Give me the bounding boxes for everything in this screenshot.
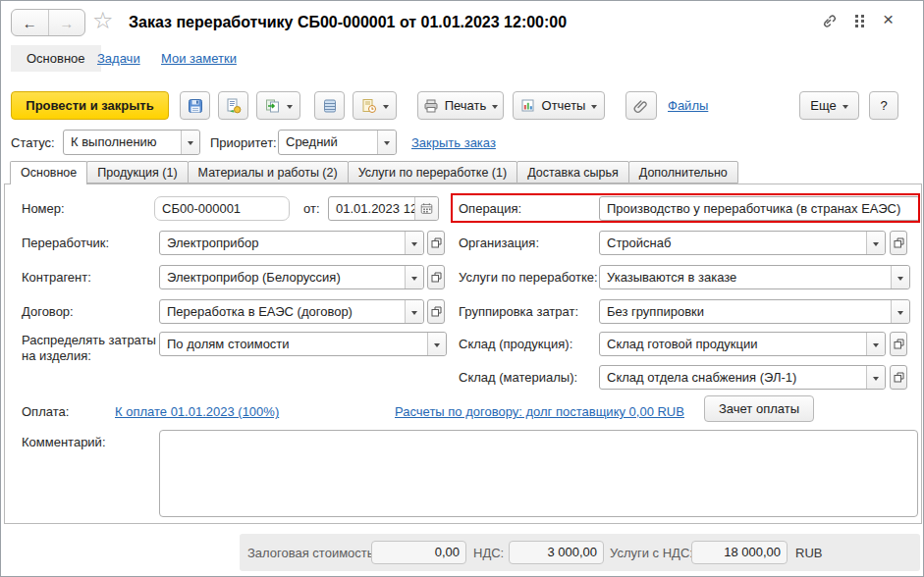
processor-field[interactable]: Электроприбор (159, 231, 424, 255)
contract-label: Договор: (22, 304, 74, 320)
pledge-cost-field[interactable]: 0,00 (371, 541, 466, 564)
organization-value: Стройснаб (600, 232, 866, 254)
open-form-icon (431, 306, 442, 317)
reports-button[interactable]: Отчеты (513, 91, 605, 120)
tab-additional[interactable]: Дополнительно (628, 161, 738, 184)
cost-grouping-field[interactable]: Без группировки (599, 299, 910, 324)
warehouse-products-value: Склад готовой продукции (600, 333, 866, 355)
nav-tab-main[interactable]: Основное (11, 45, 101, 72)
number-field[interactable]: СБ00-000001 (154, 196, 290, 221)
warehouse-products-field[interactable]: Склад готовой продукции (599, 332, 886, 356)
status-select[interactable]: К выполнению (63, 130, 200, 155)
reminder-button[interactable] (353, 91, 397, 120)
tab-raw-delivery[interactable]: Доставка сырья (516, 161, 629, 184)
main-tab-panel: Номер: СБ00-000001 от: 01.01.2023 12:00:… (4, 184, 922, 524)
open-counterparty-button[interactable] (427, 265, 445, 289)
copy-link-icon[interactable] (820, 13, 838, 30)
date-prefix-label: от: (303, 201, 320, 217)
files-link[interactable]: Файлы (668, 98, 708, 113)
payment-offset-button[interactable]: Зачет оплаты (704, 395, 814, 422)
dropdown-caret (492, 105, 498, 109)
status-label: Статус: (11, 135, 55, 151)
paperclip-icon (633, 98, 649, 114)
more-menu-icon[interactable] (855, 13, 864, 27)
currency-label: RUB (795, 546, 822, 560)
chevron-down-icon[interactable] (377, 131, 396, 154)
dropdown-caret (842, 105, 848, 109)
warehouse-materials-value: Склад отдела снабжения (ЭЛ-1) (600, 366, 866, 389)
processing-services-field[interactable]: Указываются в заказе (599, 265, 910, 289)
chevron-down-icon[interactable] (405, 232, 423, 254)
tab-products[interactable]: Продукция (1) (86, 161, 188, 184)
open-form-icon (894, 372, 904, 383)
more-actions-button[interactable]: Еще (799, 91, 859, 120)
processor-label: Переработчик: (22, 236, 109, 251)
chevron-down-icon[interactable] (866, 333, 885, 355)
favorite-star-icon[interactable]: ☆ (92, 7, 114, 34)
forward-button[interactable]: → (48, 10, 85, 35)
close-order-link[interactable]: Закрыть заказ (411, 135, 496, 150)
processor-order-window: ← → ☆ Заказ переработчику СБ00-000001 от… (0, 0, 924, 577)
open-form-icon (431, 237, 442, 248)
nav-tab-tasks[interactable]: Задачи (97, 51, 140, 66)
contract-field[interactable]: Переработка в ЕАЭС (договор) (159, 299, 424, 324)
organization-field[interactable]: Стройснаб (599, 231, 886, 255)
create-based-on-button[interactable] (256, 91, 300, 120)
priority-select[interactable]: Средний (278, 130, 397, 155)
chevron-down-icon[interactable] (891, 266, 909, 288)
help-button[interactable]: ? (869, 91, 898, 120)
cost-grouping-value: Без группировки (600, 300, 891, 323)
chevron-down-icon[interactable] (427, 333, 446, 355)
allocate-costs-field[interactable]: По долям стоимости (159, 332, 447, 356)
attachments-button[interactable] (625, 91, 657, 120)
vat-field[interactable]: 3 000,00 (509, 541, 604, 564)
chevron-down-icon[interactable] (891, 300, 909, 323)
counterparty-field[interactable]: Электроприбор (Белоруссия) (159, 265, 424, 289)
open-form-icon (431, 272, 442, 283)
date-field[interactable]: 01.01.2023 12:00:00 (328, 196, 439, 221)
document-clock-icon (361, 98, 377, 114)
processor-value: Электроприбор (160, 232, 405, 254)
tab-processing-services[interactable]: Услуги по переработке (1) (348, 161, 518, 184)
open-processor-button[interactable] (427, 231, 445, 255)
comment-label: Комментарий: (22, 435, 106, 450)
services-with-vat-field[interactable]: 18 000,00 (691, 541, 788, 564)
open-contract-button[interactable] (427, 299, 445, 324)
totals-footer: Залоговая стоимость: 0,00 НДС: 3 000,00 … (240, 534, 920, 571)
warehouse-materials-field[interactable]: Склад отдела снабжения (ЭЛ-1) (599, 365, 886, 390)
open-warehouse-products-button[interactable] (890, 332, 907, 356)
chevron-down-icon[interactable] (405, 300, 423, 323)
warehouse-products-label: Склад (продукция): (459, 337, 572, 352)
contract-settlements-link[interactable]: Расчеты по договору: долг поставщику 0,0… (395, 404, 684, 419)
document-post-icon (226, 98, 242, 114)
operation-field[interactable]: Производство у переработчика (в странах … (599, 196, 920, 221)
open-warehouse-materials-button[interactable] (890, 365, 907, 390)
register-list-icon (322, 98, 338, 114)
chevron-down-icon[interactable] (866, 366, 885, 389)
register-records-button[interactable] (314, 91, 345, 120)
tab-materials[interactable]: Материалы и работы (2) (188, 161, 349, 184)
status-value: К выполнению (64, 131, 181, 154)
open-organization-button[interactable] (890, 231, 907, 255)
calendar-icon[interactable] (414, 197, 438, 220)
print-button-label: Печать (445, 98, 487, 113)
back-button[interactable]: ← (12, 10, 48, 35)
reports-button-label: Отчеты (542, 98, 586, 113)
chevron-down-icon[interactable] (866, 232, 885, 254)
chevron-down-icon[interactable] (181, 131, 199, 154)
warehouse-materials-label: Склад (материалы): (459, 370, 577, 386)
tab-main[interactable]: Основное (10, 161, 87, 184)
number-label: Номер: (22, 201, 65, 217)
dropdown-caret (591, 105, 597, 109)
services-with-vat-label: Услуги с НДС: (610, 546, 693, 560)
payment-schedule-link[interactable]: К оплате 01.01.2023 (100%) (115, 404, 279, 419)
save-button[interactable] (180, 91, 210, 120)
close-icon[interactable]: × (883, 9, 894, 30)
post-document-button[interactable] (218, 91, 248, 120)
nav-tab-my-notes[interactable]: Мои заметки (161, 51, 237, 66)
comment-field[interactable] (159, 430, 918, 517)
post-and-close-button[interactable]: Провести и закрыть (11, 91, 169, 120)
print-button[interactable]: Печать (417, 91, 504, 120)
priority-value: Средний (279, 131, 377, 154)
chevron-down-icon[interactable] (405, 266, 423, 288)
